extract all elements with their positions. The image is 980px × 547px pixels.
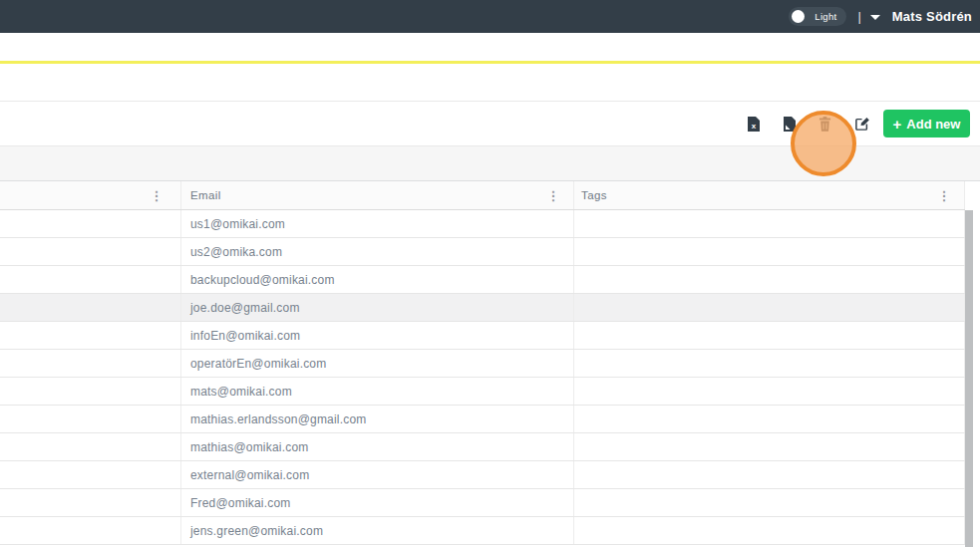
- email-cell[interactable]: mats@omikai.com: [181, 378, 574, 405]
- row-select-cell[interactable]: [0, 294, 181, 321]
- add-new-button[interactable]: + Add new: [883, 110, 970, 137]
- row-select-cell[interactable]: [0, 517, 181, 544]
- yellow-divider: [0, 61, 980, 64]
- table-row[interactable]: joe.doe@gmail.com: [0, 294, 965, 322]
- row-select-cell[interactable]: [0, 378, 181, 405]
- row-select-cell[interactable]: [0, 461, 181, 488]
- row-select-cell[interactable]: [0, 406, 181, 432]
- tags-cell[interactable]: [574, 294, 965, 321]
- tags-cell[interactable]: [574, 238, 965, 265]
- grid-body: us1@omikai.comus2@omika.combackupcloud@o…: [0, 210, 965, 545]
- tags-cell[interactable]: [574, 489, 965, 516]
- page: Light | Mats Södrén x: [0, 0, 980, 547]
- toggle-label: Light: [805, 11, 846, 22]
- table-row[interactable]: backupcloud@omikai.com: [0, 266, 965, 294]
- tags-cell[interactable]: [574, 433, 965, 460]
- table-row[interactable]: operatörEn@omikai.com: [0, 350, 965, 378]
- table-row[interactable]: Fred@omikai.com: [0, 489, 965, 517]
- row-select-cell[interactable]: [0, 322, 181, 349]
- grouping-band: [0, 145, 980, 181]
- add-new-label: Add new: [906, 117, 960, 132]
- vertical-scrollbar[interactable]: [965, 210, 973, 547]
- theme-toggle[interactable]: Light: [789, 7, 846, 26]
- table-row[interactable]: infoEn@omikai.com: [0, 322, 965, 350]
- tags-cell[interactable]: [574, 350, 965, 377]
- table-row[interactable]: jens.green@omikai.com: [0, 517, 965, 545]
- email-cell[interactable]: Fred@omikai.com: [181, 489, 574, 516]
- email-cell[interactable]: jens.green@omikai.com: [181, 517, 574, 544]
- table-row[interactable]: us2@omika.com: [0, 238, 965, 266]
- tags-cell[interactable]: [574, 210, 965, 237]
- tags-cell[interactable]: [574, 378, 965, 405]
- user-name[interactable]: Mats Södrén: [892, 9, 972, 24]
- column-menu-icon[interactable]: ⋮: [938, 189, 964, 202]
- tags-cell[interactable]: [574, 322, 965, 349]
- export-pdf-icon[interactable]: [780, 115, 800, 133]
- row-select-cell[interactable]: [0, 489, 181, 516]
- table-row[interactable]: mats@omikai.com: [0, 378, 965, 406]
- header-email-column[interactable]: Email ⋮: [181, 181, 574, 209]
- email-cell[interactable]: operatörEn@omikai.com: [181, 350, 574, 377]
- email-cell[interactable]: us2@omika.com: [181, 238, 574, 265]
- toggle-knob-icon: [792, 10, 805, 23]
- svg-text:x: x: [752, 121, 757, 130]
- row-select-cell[interactable]: [0, 266, 181, 293]
- tags-cell[interactable]: [574, 406, 965, 432]
- tags-cell[interactable]: [574, 517, 965, 544]
- plus-icon: +: [893, 117, 902, 132]
- grid-header: ⋮ Email ⋮ Tags ⋮: [0, 181, 965, 210]
- tags-cell[interactable]: [574, 461, 965, 488]
- row-select-cell[interactable]: [0, 433, 181, 460]
- table-row[interactable]: us1@omikai.com: [0, 210, 965, 238]
- row-select-cell[interactable]: [0, 210, 181, 237]
- table-row[interactable]: mathias@omikai.com: [0, 433, 965, 461]
- row-select-cell[interactable]: [0, 238, 181, 265]
- email-cell[interactable]: joe.doe@gmail.com: [181, 294, 574, 321]
- column-label: Tags: [581, 189, 938, 201]
- row-select-cell[interactable]: [0, 350, 181, 377]
- column-menu-icon[interactable]: ⋮: [151, 189, 163, 202]
- toolbar: x + Add new: [0, 102, 980, 145]
- email-cell[interactable]: mathias@omikai.com: [181, 433, 574, 460]
- email-cell[interactable]: mathias.erlandsson@gmail.com: [181, 406, 574, 432]
- column-label: Email: [190, 189, 547, 201]
- email-cell[interactable]: infoEn@omikai.com: [181, 322, 574, 349]
- email-cell[interactable]: us1@omikai.com: [181, 210, 574, 237]
- table-row[interactable]: mathias.erlandsson@gmail.com: [0, 406, 965, 433]
- top-navbar: Light | Mats Södrén: [0, 0, 980, 33]
- delete-icon[interactable]: [815, 115, 834, 133]
- edit-icon[interactable]: [852, 115, 872, 133]
- table-row[interactable]: external@omikai.com: [0, 461, 965, 489]
- email-cell[interactable]: backupcloud@omikai.com: [181, 266, 574, 293]
- tags-cell[interactable]: [574, 266, 965, 293]
- export-excel-icon[interactable]: x: [744, 115, 764, 133]
- header-select-column: ⋮: [0, 181, 181, 209]
- chevron-down-icon[interactable]: [870, 15, 880, 20]
- column-menu-icon[interactable]: ⋮: [547, 189, 573, 202]
- email-cell[interactable]: external@omikai.com: [181, 461, 574, 488]
- topbar-separator: |: [857, 9, 860, 24]
- header-tags-column[interactable]: Tags ⋮: [574, 181, 965, 209]
